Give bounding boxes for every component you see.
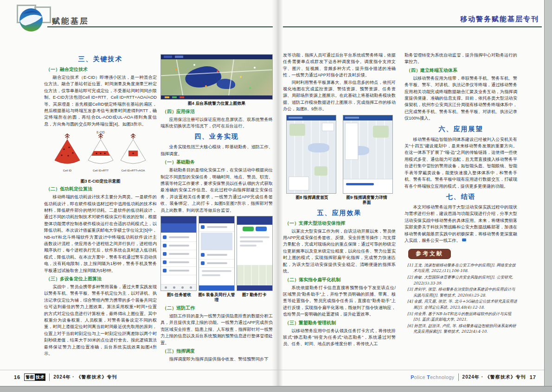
figure-3-ecid-diagram: E-CID [44,130,157,184]
paragraph: 巡防工作目的是为一线警力提供隐患排查的数据分析工具，并且提供支撑上报的功能。一线… [160,313,273,346]
subheading-command-dispatch: （三）指挥调度 [160,348,273,354]
issue-title: 移动警务赋能基层专刊 [460,15,539,24]
figure-6-caption: 图6 装备及同行人管理 [198,292,235,303]
references-list: [1] 王龙. 浅谈智能移动警务在公安工作中的应用[J]. 网络安全技术与应用,… [404,262,517,335]
subheading-duty-management: （三）重塑勤务管理机制 [283,320,396,326]
figure-4-caption: 图4 后台系统警力位置上图效果 [160,101,273,107]
journal-name-logo: 警察技术 [24,373,45,381]
subheading-keep-alive: （四）应用保活 [160,108,273,115]
footer-divider [458,373,459,381]
footer-rule [0,370,545,370]
svg-text:E-CID: E-CID [96,131,105,134]
figure-8-caption: 图8 指挥调度首页 [291,195,334,206]
left-page-column-2: 图4 后台系统警力位置上图效果 （四）应用保活 应用保活注册可以保证应用在息屏状… [160,52,273,371]
right-page-column-2: 勤务管理转变为系统自动监管，提升指挥中心对勤务运行的掌控力。 （四）建立终端互动… [404,52,517,371]
header-rule-right [283,26,542,27]
app-screenshot-duty-checkin [237,216,273,291]
svg-text:Cell ID+RTT+AOA: Cell ID+RTT+AOA [121,169,145,172]
reference-item: [3] 席剑宇, 张莹. 移动警务在治安防控体系建设中的应用设计与实践与应用[J… [407,286,517,298]
footer-issue-right: 2024年 · 《警察技术》专刊 [462,374,526,380]
paragraph: 业务实现包括三大核心模块，即基础勤务、巡防工作、指挥调度。 [160,144,273,157]
paragraph: 勤务管理转变为系统自动监管，提升指挥中心对勤务运行的掌控力。 [404,52,517,65]
paragraph: 本文对移动警务运用于大型活动安保实践过程中的现状与需求进行分析，建设思路与功能实… [404,204,517,244]
reference-item: [6] 孙慧洋, 赵游洋, 卢煜, 等. 移动警务端边智能协同体系架构研究及应用… [407,323,517,335]
figures-8-9-tablet-screens: 图8 指挥调度首页 图9 指挥调度警力详情界面 [283,115,396,206]
section-heading-key-tech: 三、关键技术 [44,55,157,63]
journal-logo-icon [19,7,44,34]
reference-item: [4] 金媛, 周又眉, 张贺, 等. 北斗+5G融合定位技术研究及应用进展[J… [407,298,517,310]
subheading-flat-command: （二）落实指令扁平化机制 [283,277,396,283]
app-screenshot-equipment [199,216,235,291]
section-heading-outlook: 六、应用展望 [404,125,517,133]
column-brand-title: 赋能基层 [52,16,89,26]
paragraph: 以移动警务应用中任务认领及任务打卡方式，将传统排班式“静态勤务”转变为任务式“动… [283,328,396,348]
paragraph: 系统依据勤务打卡信息直接将预警指令下发至该点位/区域警员“勤务助手”上，并给予警… [283,285,396,318]
section-heading-business: 四、业务实现 [160,132,273,140]
paragraph: 同时利用警务平板屏幕大、展示信息多的特点，依托可视化地图在完成监控资源、警情资源… [283,79,396,113]
reference-item: [1] 王龙. 浅谈智能移动警务在公安工作中的应用[J]. 网络安全技术与应用,… [407,262,517,274]
paragraph: 基础勤务目的是细化安保工作，在安保活动中根据岗位制定不同类型的安保任务，明确时间… [160,167,273,214]
app-screenshot-force-detail [343,115,393,194]
paragraph: 发等功能，指挥人员可通过后台平台系统或警务终端，依据任务需要单点或群发下达各种调… [283,52,396,79]
paragraph: 移动终端的低功耗设计技术主要分为两类。一是硬件的低功耗设计，即在硬件模块选材过程… [44,194,157,274]
scan-edge-bottom [0,386,552,392]
paragraph: 移动警务端边智能协同体系建设已经被列入公安机关有关“十四五”建设规划中，是未来移… [404,136,517,190]
header-rule-left [47,26,273,27]
paragraph: 以某次大型安保工作为例，自该活动开展以来，警员使用APP完成安保任务签收、反馈、… [283,228,396,275]
figure-7-caption: 图7 勤务打卡 [236,292,273,303]
reference-item: [2] 曲敏. 大型国际体育赛事公共安全风险的应对[J]. 公安研究, 2022… [407,274,517,286]
figure-5-caption: 图5 任务签收 [160,292,198,303]
svg-text:Cell ID: Cell ID [63,169,71,172]
subheading-terminal-interaction: （四）建立终端互动体系 [404,67,517,74]
journal-name-english: Police Technology [411,374,454,380]
reference-item: [5] 何金秀. 基于NB-IoT和北斗的数据终端软件的设计与实现[D]. 重庆… [407,311,517,322]
paragraph: 以移动警务应用为纽带，串联警务手机、警务车机、警务平板、警车、对讲机、执法记录仪… [404,75,517,122]
figure-4-map: 图4 后台系统警力位置上图效果 [160,54,273,107]
paragraph: 实战中，警员会携带多种警用装备，通过大量实践发现以警务车机、警务平板、警务手机定… [44,284,157,357]
footer-right: Police Technology 2024年 · 《警察技术》专刊 17 [411,373,536,381]
right-page-column-1: 发等功能，指挥人员可通过后台平台系统或警务终端，依据任务需要单点或群发下达各种调… [283,52,396,371]
scan-edge-right [544,0,552,392]
subheading-basic-duty: （一）基础勤务 [160,159,273,165]
footer-divider [49,373,50,381]
footer-left: 16 警察技术 2024年 · 《警察技术》专刊 [14,373,117,381]
figures-5-7-app-screens: 图5 任务签收 图6 装备及同行人管理 图7 勤务打卡 [160,216,273,303]
app-screenshot-dispatch-home [286,115,336,194]
references-title: 参考文献 [408,249,451,258]
subheading-event-security: （一）支撑大型活动安保指挥 [283,220,396,227]
section-heading-effects: 五、应用效果 [283,209,396,217]
paragraph: 应用保活注册可以保证应用在息屏状态、双系统警务终端系统切换状态等情况下，仍可在后… [160,116,273,130]
page-number-right: 17 [530,374,536,380]
subheading-fusion-positioning: （一）融合定位技术 [44,66,157,73]
conclusion-text: 本文对移动警务运用于大型活动安保实践过程中的现状与需求进行分析，建设思路与功能实… [404,205,517,243]
paragraph: 指挥调度即为指挥员提供指令收发、警情预警同步下 [160,356,273,362]
page-fold-shadow [272,0,283,392]
subheading-multi-device: （三）多设备定位上图算法 [44,276,157,282]
section-heading-conclusion: 七、结语 [404,192,517,201]
app-screenshot-task-signin [160,216,197,291]
article-end-icon [462,238,466,242]
subheading-low-power: （二）低功耗定位算法 [44,186,157,192]
figure-3-caption: 图3 E-CID定位示意图 [44,179,157,184]
journal-spread: 赋能基层 移动警务赋能基层专刊 三、关键技术 （一）融合定位技术 融合定位技术（… [0,0,552,392]
svg-text:Cell ID+RTT: Cell ID+RTT [92,169,108,172]
footer-issue-left: 2024年 · 《警察技术》专刊 [53,374,117,380]
subheading-patrol: （二）巡防工作 [160,305,273,311]
ecid-diagram: E-CID [49,130,153,175]
left-page-column-1: 三、关键技术 （一）融合定位技术 融合定位技术（E-CID）即增强小区法，是一种… [44,52,157,371]
paragraph: 融合定位技术（E-CID）即增强小区法，是一种混合定位方法。融合了基站邻近位置、… [44,74,157,127]
figure-9-caption: 图9 指挥调度警力详情界面 [346,195,388,206]
backend-map-screenshot [160,54,273,100]
page-number-left: 16 [14,374,20,380]
